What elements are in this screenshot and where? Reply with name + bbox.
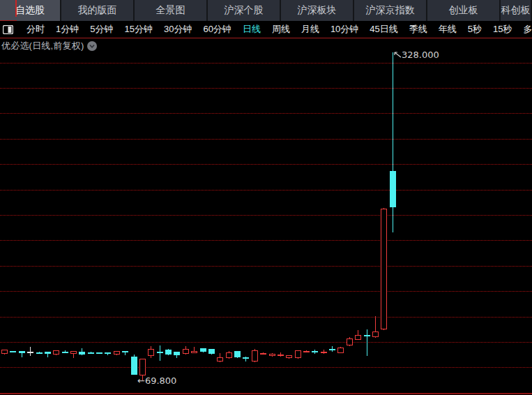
candle-body	[183, 349, 189, 354]
candle-body	[27, 352, 33, 353]
candle-body	[174, 352, 180, 355]
tab-5[interactable]: 沪深板块	[281, 0, 354, 21]
tab-2[interactable]: 我的版面	[61, 0, 135, 21]
candle-body	[96, 352, 102, 354]
period-button-16[interactable]: 多周期	[518, 23, 532, 36]
candle-body	[208, 349, 215, 354]
gridline-260	[0, 139, 532, 140]
period-button-group: 分时1分钟5分钟15分钟30分钟60分钟日线周线月线10分钟45日线季线年线5秒…	[15, 23, 532, 36]
tab-6[interactable]: 沪深京指数	[354, 0, 427, 21]
split-screen-icon[interactable]	[0, 21, 15, 38]
tab-4[interactable]: 沪深个股	[208, 0, 281, 21]
low-price-annotation: ←69.800	[137, 375, 176, 386]
gridline-320	[0, 63, 532, 64]
candle-body	[131, 357, 137, 375]
period-button-2[interactable]: 1分钟	[50, 23, 84, 36]
candle-body	[243, 357, 249, 359]
candle-body	[372, 331, 379, 337]
candle-body	[278, 355, 284, 356]
tab-7[interactable]: 创业板	[427, 0, 501, 21]
candle-body	[355, 335, 361, 340]
chart-title: 优必选(日线,前复权)	[1, 40, 84, 52]
period-button-10[interactable]: 10分钟	[325, 23, 364, 36]
candle-body	[53, 350, 59, 355]
period-button-8[interactable]: 周线	[266, 23, 296, 36]
candle-body	[200, 348, 206, 352]
candle-body	[105, 352, 111, 354]
candle-body	[45, 352, 51, 354]
gridline-200	[0, 215, 532, 216]
candle-body	[321, 352, 327, 353]
candle-body	[70, 351, 77, 354]
high-price-label: 328.000	[402, 50, 439, 60]
candle-body	[381, 209, 387, 329]
tab-3[interactable]: 全景图	[135, 0, 208, 21]
period-button-1[interactable]: 分时	[21, 23, 50, 36]
period-button-15[interactable]: 15秒	[487, 23, 517, 36]
high-price-annotation: 328.000	[394, 50, 439, 60]
candle-body	[217, 357, 223, 362]
period-button-3[interactable]: 5分钟	[84, 23, 119, 36]
period-button-4[interactable]: 15分钟	[119, 23, 158, 36]
period-button-13[interactable]: 年线	[433, 23, 462, 36]
candle-body	[88, 352, 94, 354]
candlestick-chart-canvas[interactable]: 优必选(日线,前复权) 328.000 ←69.800	[0, 38, 532, 393]
candle-body	[79, 352, 85, 355]
gridline-240	[0, 164, 532, 165]
top-tab-bar: 自选股我的版面全景图沪深个股沪深板块沪深京指数创业板科创板	[0, 0, 532, 21]
candle-wick	[367, 329, 367, 356]
period-button-14[interactable]: 5秒	[462, 23, 487, 36]
period-button-5[interactable]: 30分钟	[158, 23, 197, 36]
tab-8[interactable]: 科创板	[501, 0, 532, 21]
candle-body	[157, 352, 163, 353]
toolbar-red-divider	[15, 0, 17, 17]
candle-body	[347, 338, 353, 345]
candle-body	[269, 354, 275, 356]
candle-body	[226, 352, 232, 358]
period-toolbar: 分时1分钟5分钟15分钟30分钟60分钟日线周线月线10分钟45日线季线年线5秒…	[0, 21, 532, 38]
candle-body	[62, 352, 68, 353]
candle-body	[303, 351, 310, 352]
gridline-140	[0, 291, 532, 292]
candle-body	[191, 351, 197, 353]
candle-wick	[160, 345, 160, 361]
chevron-down-icon[interactable]	[87, 41, 97, 51]
period-button-7[interactable]: 日线	[237, 23, 266, 36]
candle-body	[165, 350, 172, 355]
period-button-9[interactable]: 月线	[296, 23, 325, 36]
period-button-6[interactable]: 60分钟	[197, 23, 236, 36]
candle-body	[114, 351, 120, 355]
gridline-300	[0, 88, 532, 89]
candle-body	[10, 351, 16, 352]
candle-body	[312, 351, 318, 352]
gridline-180	[0, 240, 532, 241]
candle-body	[286, 355, 292, 358]
low-price-label: ←69.800	[137, 375, 176, 386]
gridline-280	[0, 113, 532, 114]
gridline-80	[0, 367, 532, 368]
candle-body	[252, 350, 258, 362]
chart-title-row: 优必选(日线,前复权)	[1, 40, 97, 52]
candle-body	[234, 351, 241, 357]
gridline-100	[0, 342, 532, 343]
candle-body	[122, 351, 128, 352]
candle-body	[337, 348, 344, 353]
candle-body	[36, 352, 43, 354]
candle-body	[364, 335, 370, 336]
candle-body	[329, 349, 335, 350]
stock-app-window: 自选股我的版面全景图沪深个股沪深板块沪深京指数创业板科创板 分时1分钟5分钟15…	[0, 0, 532, 395]
gridline-120	[0, 317, 532, 318]
candle-body	[295, 350, 301, 358]
tab-1[interactable]: 自选股	[0, 0, 61, 21]
candle-body	[139, 359, 146, 375]
candle-body	[1, 350, 8, 354]
candle-body	[19, 351, 25, 353]
period-button-11[interactable]: 45日线	[364, 23, 403, 36]
gridline-220	[0, 190, 532, 191]
candle-body	[148, 349, 154, 356]
period-button-12[interactable]: 季线	[404, 23, 433, 36]
gridline-160	[0, 266, 532, 267]
panel-bottom-border	[0, 393, 532, 394]
toolbar-red-top-stub	[0, 20, 17, 21]
candle-body	[260, 353, 266, 355]
